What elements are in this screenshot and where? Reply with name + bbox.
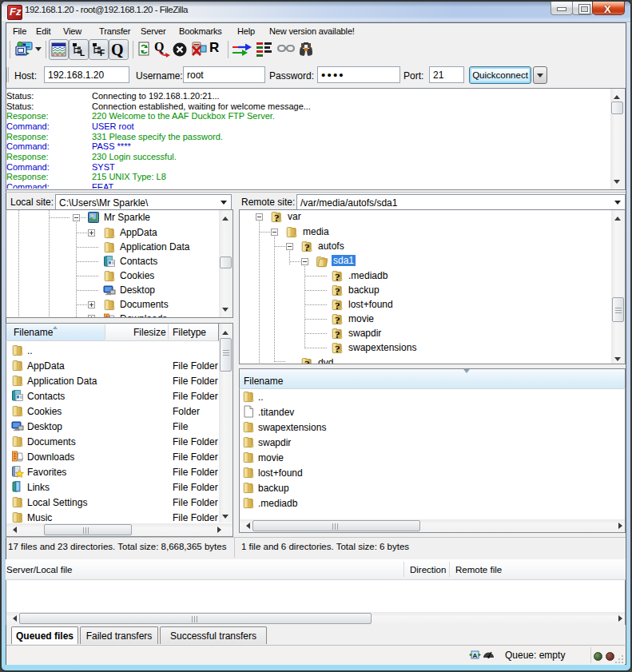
- svg-text:F: F: [100, 49, 105, 57]
- svg-text:L: L: [80, 49, 85, 57]
- svg-text:A: A: [473, 652, 478, 659]
